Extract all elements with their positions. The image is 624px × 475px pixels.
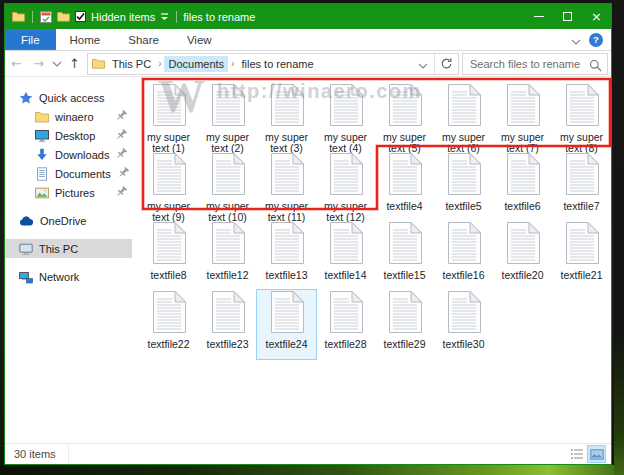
properties-qat-button[interactable] [40, 11, 52, 23]
status-separator [68, 444, 69, 464]
help-button[interactable]: ? [589, 33, 603, 47]
sidebar-item-label: winaero [55, 111, 94, 123]
file-item[interactable]: textfile28 [316, 290, 375, 359]
breadcrumb-separator-icon: › [155, 58, 164, 69]
sidebar-item-onedrive[interactable]: OneDrive [5, 211, 132, 230]
back-button[interactable]: ← [7, 53, 26, 75]
breadcrumb-item[interactable]: files to rename [237, 56, 317, 72]
refresh-button[interactable] [434, 54, 458, 74]
file-item[interactable]: my super text (6) [434, 83, 493, 152]
sidebar-item-winaero[interactable]: winaero [5, 107, 132, 126]
file-item[interactable]: textfile21 [552, 221, 611, 290]
text-file-icon [565, 153, 599, 199]
breadcrumb-item[interactable]: Documents [164, 56, 228, 72]
address-folder-icon [92, 58, 105, 69]
file-item[interactable]: textfile6 [493, 152, 552, 221]
file-item[interactable]: my super text (11) [257, 152, 316, 221]
text-file-icon [152, 153, 186, 199]
recent-locations-chevron-icon[interactable] [51, 53, 62, 75]
maximize-button[interactable] [553, 4, 582, 29]
file-item[interactable]: my super text (4) [316, 83, 375, 152]
text-file-icon [447, 84, 481, 130]
file-item[interactable]: textfile4 [375, 152, 434, 221]
hidden-items-checkbox[interactable] [75, 11, 86, 22]
details-view-button[interactable] [568, 446, 585, 462]
file-name: textfile8 [140, 270, 198, 281]
minimize-button[interactable] [524, 4, 553, 29]
file-name: textfile23 [199, 339, 257, 350]
file-item[interactable]: textfile30 [434, 290, 493, 359]
file-item[interactable]: textfile22 [139, 290, 198, 359]
sidebar-item-this-pc[interactable]: This PC [5, 239, 132, 258]
file-item[interactable]: textfile7 [552, 152, 611, 221]
file-item[interactable]: my super text (9) [139, 152, 198, 221]
address-dropdown-chevron-icon[interactable] [412, 55, 434, 73]
ribbon-tab-home[interactable]: Home [56, 29, 115, 50]
file-item[interactable]: my super text (1) [139, 83, 198, 152]
close-icon: × [591, 10, 602, 23]
file-item[interactable]: my super text (2) [198, 83, 257, 152]
text-file-icon [152, 291, 186, 337]
sidebar-item-label: Pictures [55, 187, 95, 199]
file-item[interactable]: my super text (8) [552, 83, 611, 152]
cloud-icon [19, 215, 34, 227]
sidebar-item-downloads[interactable]: Downloads [5, 145, 132, 164]
file-item[interactable]: my super text (7) [493, 83, 552, 152]
file-item[interactable]: textfile29 [375, 290, 434, 359]
sidebar-item-desktop[interactable]: Desktop [5, 126, 132, 145]
text-file-icon [388, 153, 422, 199]
text-file-icon [329, 222, 363, 268]
new-folder-qat-button[interactable] [57, 11, 70, 22]
pin-icon [115, 109, 128, 124]
sidebar-item-documents[interactable]: Documents [5, 164, 132, 183]
text-file-icon [388, 84, 422, 130]
minimize-icon [534, 16, 544, 17]
up-button[interactable]: ↑ [65, 53, 84, 75]
file-name: textfile30 [435, 339, 493, 350]
close-button[interactable]: × [582, 4, 611, 29]
file-item[interactable]: textfile23 [198, 290, 257, 359]
customize-qat-chevron-icon[interactable] [160, 13, 169, 21]
breadcrumb-item[interactable]: This PC [108, 56, 155, 72]
search-input[interactable] [463, 54, 607, 74]
pc-icon [19, 242, 33, 256]
file-item[interactable]: textfile16 [434, 221, 493, 290]
quick-access-toolbar: Hidden items [5, 11, 179, 23]
text-file-icon [447, 222, 481, 268]
address-bar[interactable]: This PC›Documents›files to rename [87, 53, 459, 75]
items-count: 30 items [14, 448, 56, 460]
pin-icon [117, 166, 130, 181]
ribbon-expand-chevron-icon[interactable] [571, 31, 581, 49]
file-item[interactable]: textfile14 [316, 221, 375, 290]
folder-icon [35, 111, 49, 123]
file-name: textfile16 [435, 270, 493, 281]
navigation-pane: Quick accesswinaeroDesktopDownloadsDocum… [5, 77, 132, 443]
file-name: textfile4 [376, 201, 434, 212]
sidebar-item-pictures[interactable]: Pictures [5, 183, 132, 202]
sidebar-item-label: Desktop [55, 130, 95, 142]
thumbnails-view-button[interactable] [588, 446, 605, 462]
file-item[interactable]: my super text (12) [316, 152, 375, 221]
file-item[interactable]: my super text (3) [257, 83, 316, 152]
file-item[interactable]: textfile15 [375, 221, 434, 290]
file-name: textfile15 [376, 270, 434, 281]
file-item[interactable]: textfile5 [434, 152, 493, 221]
file-item[interactable]: my super text (5) [375, 83, 434, 152]
sidebar-item-network[interactable]: Network [5, 267, 132, 286]
forward-button[interactable]: → [29, 53, 48, 75]
ribbon-tab-file[interactable]: File [5, 29, 56, 50]
ribbon-tab-share[interactable]: Share [114, 29, 173, 50]
sidebar-item-quick-access[interactable]: Quick access [5, 88, 132, 107]
ribbon-tab-view[interactable]: View [173, 29, 226, 50]
file-list-area[interactable]: my super text (1)my super text (2)my sup… [132, 77, 611, 443]
file-item[interactable]: textfile12 [198, 221, 257, 290]
file-name: textfile29 [376, 339, 434, 350]
file-item[interactable]: textfile24 [257, 290, 316, 359]
navigation-toolbar: ← → ↑ This PC›Documents›files to rename [5, 51, 611, 77]
text-file-icon [329, 84, 363, 130]
file-item[interactable]: textfile8 [139, 221, 198, 290]
file-item[interactable]: my super text (10) [198, 152, 257, 221]
file-item[interactable]: textfile20 [493, 221, 552, 290]
text-file-icon [506, 222, 540, 268]
file-item[interactable]: textfile13 [257, 221, 316, 290]
